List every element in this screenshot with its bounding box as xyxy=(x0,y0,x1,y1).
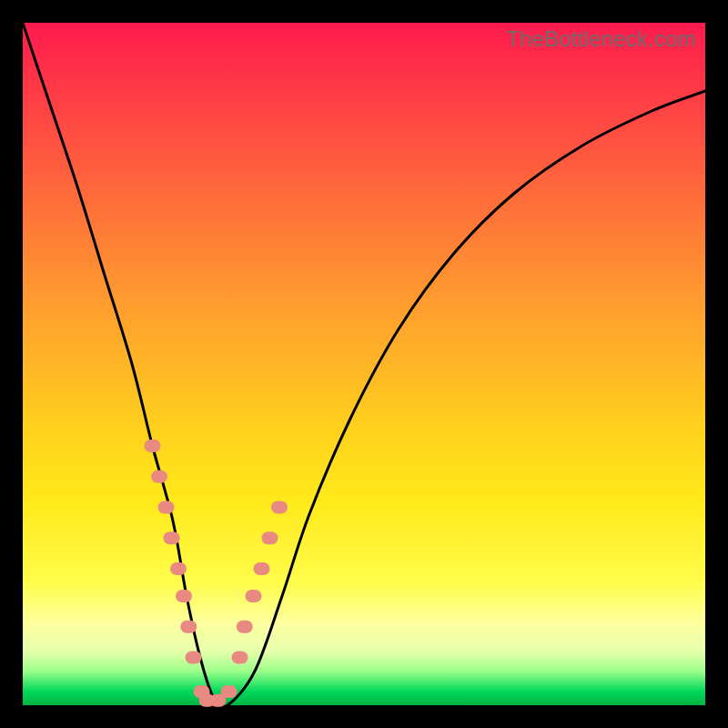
plot-area: TheBottleneck.com xyxy=(23,23,705,705)
marker-dot xyxy=(170,562,187,575)
chart-frame: TheBottleneck.com xyxy=(0,0,728,728)
marker-dot xyxy=(246,590,262,602)
marker-dot xyxy=(145,440,161,452)
marker-dot xyxy=(176,590,192,602)
marker-dot xyxy=(262,531,278,544)
marker-group xyxy=(145,440,288,707)
marker-dot xyxy=(186,652,202,664)
marker-dot xyxy=(158,501,175,514)
marker-dot xyxy=(237,621,253,633)
marker-dot xyxy=(254,562,270,575)
marker-dot xyxy=(164,531,180,544)
marker-dot xyxy=(232,652,248,664)
bottleneck-curve xyxy=(23,23,705,707)
marker-dot xyxy=(151,470,167,483)
chart-svg xyxy=(23,23,705,705)
marker-dot xyxy=(221,685,238,698)
marker-dot xyxy=(271,501,288,514)
marker-dot xyxy=(180,621,197,633)
